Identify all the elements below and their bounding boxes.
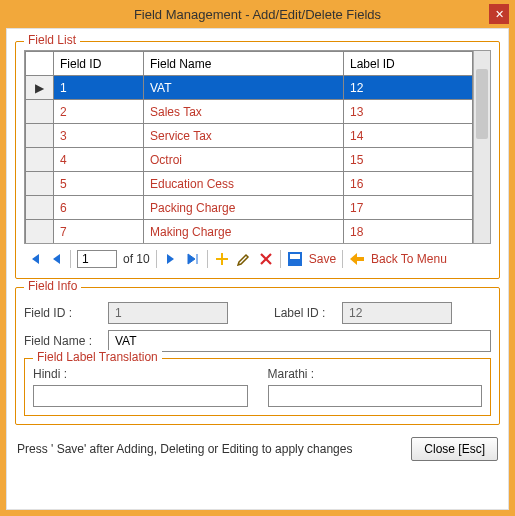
hindi-label: Hindi : <box>33 367 248 381</box>
row-indicator <box>26 220 54 244</box>
table-row[interactable]: 4Octroi15 <box>26 148 473 172</box>
cell-label-id: 14 <box>344 124 473 148</box>
page-of-text: of 10 <box>123 252 150 266</box>
cell-field-id: 4 <box>54 148 144 172</box>
field-id-label: Field ID : <box>24 306 100 320</box>
cell-field-name: Education Cess <box>144 172 344 196</box>
window-close-button[interactable]: ✕ <box>489 4 509 24</box>
client-area: Field List Field ID Field Name Label ID … <box>6 28 509 510</box>
cell-field-name: Service Tax <box>144 124 344 148</box>
field-info-group: Field Info Field ID : Label ID : Field N… <box>15 287 500 425</box>
cell-field-name: Making Charge <box>144 220 344 244</box>
cell-label-id: 16 <box>344 172 473 196</box>
add-icon[interactable] <box>214 251 230 267</box>
cell-label-id: 12 <box>344 76 473 100</box>
col-field-name[interactable]: Field Name <box>144 52 344 76</box>
label-id-input <box>342 302 452 324</box>
cell-field-id: 6 <box>54 196 144 220</box>
hindi-input[interactable] <box>33 385 248 407</box>
table-row[interactable]: 5Education Cess16 <box>26 172 473 196</box>
cell-label-id: 18 <box>344 220 473 244</box>
cell-field-id: 1 <box>54 76 144 100</box>
cell-field-name: Octroi <box>144 148 344 172</box>
field-name-input[interactable] <box>108 330 491 352</box>
cell-label-id: 17 <box>344 196 473 220</box>
translation-group: Field Label Translation Hindi : Marathi … <box>24 358 491 416</box>
first-page-icon[interactable] <box>26 251 42 267</box>
field-list-group: Field List Field ID Field Name Label ID … <box>15 41 500 279</box>
delete-icon[interactable] <box>258 251 274 267</box>
field-id-input <box>108 302 228 324</box>
table-row[interactable]: ▶1VAT12 <box>26 76 473 100</box>
pager: of 10 Save Back To Menu <box>24 248 491 270</box>
row-indicator <box>26 124 54 148</box>
cell-field-id: 7 <box>54 220 144 244</box>
cell-field-name: Sales Tax <box>144 100 344 124</box>
title-bar: Field Management - Add/Edit/Delete Field… <box>0 0 515 28</box>
page-input[interactable] <box>77 250 117 268</box>
save-icon[interactable] <box>287 251 303 267</box>
cell-field-name: VAT <box>144 76 344 100</box>
cell-label-id: 15 <box>344 148 473 172</box>
marathi-input[interactable] <box>268 385 483 407</box>
row-indicator <box>26 148 54 172</box>
col-label-id[interactable]: Label ID <box>344 52 473 76</box>
col-field-id[interactable]: Field ID <box>54 52 144 76</box>
field-info-title: Field Info <box>24 279 81 293</box>
cell-field-id: 2 <box>54 100 144 124</box>
field-list-title: Field List <box>24 33 80 47</box>
translation-title: Field Label Translation <box>33 350 162 364</box>
grid-wrap: Field ID Field Name Label ID ▶1VAT122Sal… <box>24 50 491 244</box>
cell-field-id: 5 <box>54 172 144 196</box>
label-id-label: Label ID : <box>274 306 334 320</box>
row-indicator <box>26 172 54 196</box>
row-indicator: ▶ <box>26 76 54 100</box>
field-name-label: Field Name : <box>24 334 100 348</box>
row-selector-header <box>26 52 54 76</box>
edit-icon[interactable] <box>236 251 252 267</box>
prev-page-icon[interactable] <box>48 251 64 267</box>
next-page-icon[interactable] <box>163 251 179 267</box>
back-arrow-icon[interactable] <box>349 251 365 267</box>
back-to-menu-link[interactable]: Back To Menu <box>371 252 447 266</box>
footer: Press ' Save' after Adding, Deleting or … <box>15 433 500 461</box>
save-link[interactable]: Save <box>309 252 336 266</box>
field-grid[interactable]: Field ID Field Name Label ID ▶1VAT122Sal… <box>25 51 473 243</box>
window-title: Field Management - Add/Edit/Delete Field… <box>134 7 381 22</box>
table-row[interactable]: 7Making Charge18 <box>26 220 473 244</box>
close-button[interactable]: Close [Esc] <box>411 437 498 461</box>
marathi-label: Marathi : <box>268 367 483 381</box>
cell-field-id: 3 <box>54 124 144 148</box>
table-row[interactable]: 6Packing Charge17 <box>26 196 473 220</box>
grid-scrollbar[interactable] <box>473 51 490 243</box>
row-indicator <box>26 196 54 220</box>
footer-hint: Press ' Save' after Adding, Deleting or … <box>17 442 352 456</box>
table-row[interactable]: 2Sales Tax13 <box>26 100 473 124</box>
cell-field-name: Packing Charge <box>144 196 344 220</box>
last-page-icon[interactable] <box>185 251 201 267</box>
row-indicator <box>26 100 54 124</box>
cell-label-id: 13 <box>344 100 473 124</box>
table-row[interactable]: 3Service Tax14 <box>26 124 473 148</box>
